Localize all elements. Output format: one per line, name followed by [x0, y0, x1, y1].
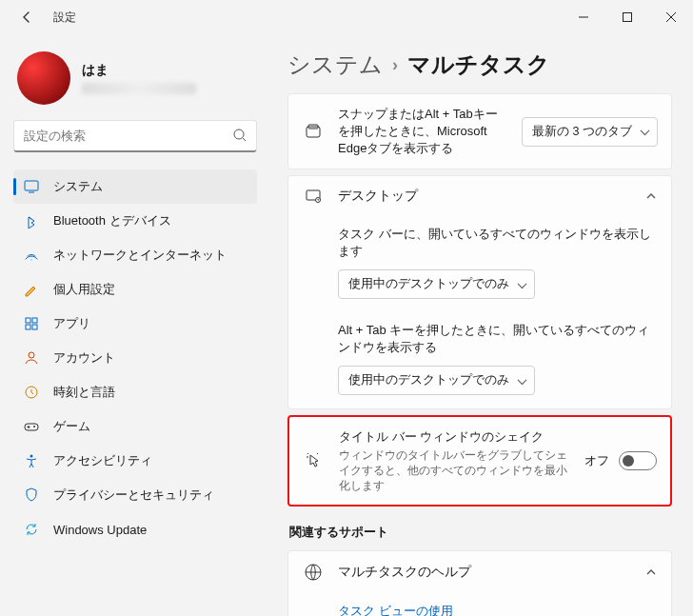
app-title: 設定 — [53, 10, 76, 26]
shake-card[interactable]: タイトル バー ウィンドウのシェイク ウィンドウのタイトルバーをグラブしてシェイ… — [287, 415, 672, 507]
snap-edge-row: スナップまたはAlt + Tabキーを押したときに、Microsoft Edge… — [287, 93, 672, 169]
snap-tabs-select[interactable]: 最新の 3 つのタブ — [522, 117, 658, 147]
chevron-up-icon — [644, 566, 658, 579]
back-button[interactable] — [13, 4, 40, 30]
search-icon — [232, 128, 248, 143]
sidebar-item-label: ネットワークとインターネット — [53, 247, 227, 264]
user-email-blurred — [82, 83, 196, 94]
svg-rect-0 — [624, 13, 632, 22]
personalize-icon — [23, 281, 40, 298]
search-box[interactable] — [13, 120, 257, 152]
minimize-button[interactable] — [562, 2, 605, 32]
svg-point-11 — [30, 455, 33, 458]
sidebar-item-label: システム — [53, 178, 103, 195]
chevron-right-icon: › — [392, 55, 398, 75]
desktops-header[interactable]: デスクトップ — [288, 176, 671, 216]
sidebar-item-personalize[interactable]: 個人用設定 — [13, 272, 257, 307]
page-title: マルチタスク — [407, 50, 550, 80]
sidebar-item-label: アクセシビリティ — [53, 452, 152, 469]
account-icon — [23, 349, 40, 367]
sidebar-item-label: アプリ — [53, 315, 90, 332]
sidebar-item-label: 個人用設定 — [53, 281, 115, 298]
svg-rect-6 — [32, 325, 37, 329]
help-header[interactable]: マルチタスクのヘルプ — [288, 551, 671, 593]
shake-title: タイトル バー ウィンドウのシェイク — [339, 428, 571, 446]
tabs-icon — [302, 123, 325, 140]
accessibility-icon — [23, 452, 40, 469]
desktops-r2-label: Alt + Tab キーを押したときに、開いているすべてのウィンドウを表示する — [288, 312, 671, 360]
help-icon — [302, 563, 325, 582]
user-block[interactable]: はま — [13, 44, 257, 120]
sidebar-item-time[interactable]: 時刻と言語 — [13, 375, 257, 409]
avatar — [17, 51, 70, 105]
update-icon — [23, 521, 40, 538]
gaming-icon — [23, 418, 40, 435]
apps-icon — [23, 315, 40, 332]
sidebar-item-bluetooth[interactable]: Bluetooth とデバイス — [13, 204, 257, 238]
desktop-icon — [302, 188, 325, 205]
arrow-left-icon — [19, 10, 34, 25]
help-link-task-view[interactable]: タスク ビューの使用 — [338, 597, 658, 616]
svg-rect-5 — [26, 325, 30, 329]
main-content: システム › マルチタスク スナップまたはAlt + Tabキーを押したときに、… — [267, 34, 693, 616]
window-controls — [562, 2, 693, 32]
desktops-r1-select[interactable]: 使用中のデスクトップでのみ — [338, 269, 535, 299]
svg-rect-3 — [26, 318, 30, 323]
breadcrumb: システム › マルチタスク — [287, 50, 672, 80]
sidebar-item-label: プライバシーとセキュリティ — [53, 487, 214, 504]
sidebar-item-label: Bluetooth とデバイス — [53, 212, 171, 229]
nav-list: システムBluetooth とデバイスネットワークとインターネット個人用設定アプ… — [13, 169, 257, 546]
sidebar-item-label: Windows Update — [53, 523, 147, 537]
svg-point-1 — [234, 129, 244, 139]
svg-rect-2 — [25, 181, 38, 190]
minimize-icon — [579, 12, 588, 22]
sidebar-item-privacy[interactable]: プライバシーとセキュリティ — [13, 478, 257, 512]
sidebar-item-accessibility[interactable]: アクセシビリティ — [13, 444, 257, 478]
search-input[interactable] — [13, 120, 257, 152]
related-title: 関連するサポート — [289, 524, 672, 541]
sidebar-item-apps[interactable]: アプリ — [13, 307, 257, 341]
system-icon — [23, 178, 40, 195]
time-icon — [23, 384, 40, 401]
sidebar-item-system[interactable]: システム — [13, 169, 257, 204]
titlebar: 設定 — [0, 0, 693, 34]
network-icon — [23, 247, 40, 264]
user-name: はま — [82, 62, 196, 79]
svg-rect-9 — [25, 424, 38, 430]
close-icon — [666, 12, 676, 22]
help-title: マルチタスクのヘルプ — [338, 564, 631, 581]
svg-rect-4 — [32, 318, 37, 323]
svg-point-7 — [29, 352, 34, 358]
sidebar-item-label: ゲーム — [53, 418, 90, 435]
maximize-icon — [623, 12, 632, 22]
help-card: マルチタスクのヘルプ タスク ビューの使用 画面を分割する — [287, 550, 672, 616]
breadcrumb-root[interactable]: システム — [287, 50, 383, 80]
chevron-up-icon — [644, 189, 658, 203]
snap-label: スナップまたはAlt + Tabキーを押したときに、Microsoft Edge… — [338, 106, 508, 157]
shake-state: オフ — [584, 452, 609, 469]
sidebar-item-label: アカウント — [53, 349, 115, 367]
cursor-shake-icon — [303, 452, 326, 469]
desktops-title: デスクトップ — [338, 188, 631, 205]
shake-toggle[interactable] — [619, 451, 657, 470]
svg-point-10 — [33, 426, 35, 427]
sidebar-item-update[interactable]: Windows Update — [13, 512, 257, 546]
sidebar-item-network[interactable]: ネットワークとインターネット — [13, 238, 257, 272]
maximize-button[interactable] — [605, 2, 649, 32]
sidebar-item-label: 時刻と言語 — [53, 384, 115, 401]
bluetooth-icon — [23, 212, 40, 229]
sidebar: はま システムBluetooth とデバイスネットワークとインターネット個人用設… — [0, 34, 267, 616]
desktops-card: デスクトップ タスク バーに、開いているすべてのウィンドウを表示します 使用中の… — [287, 175, 672, 409]
sidebar-item-account[interactable]: アカウント — [13, 341, 257, 375]
sidebar-item-gaming[interactable]: ゲーム — [13, 409, 257, 444]
desktops-r2-select[interactable]: 使用中のデスクトップでのみ — [338, 366, 535, 395]
shake-sub: ウィンドウのタイトルバーをグラブしてシェイクすると、他のすべてのウィンドウを最小… — [339, 447, 571, 493]
close-button[interactable] — [649, 2, 693, 32]
privacy-icon — [23, 487, 40, 504]
desktops-r1-label: タスク バーに、開いているすべてのウィンドウを表示します — [288, 216, 671, 264]
